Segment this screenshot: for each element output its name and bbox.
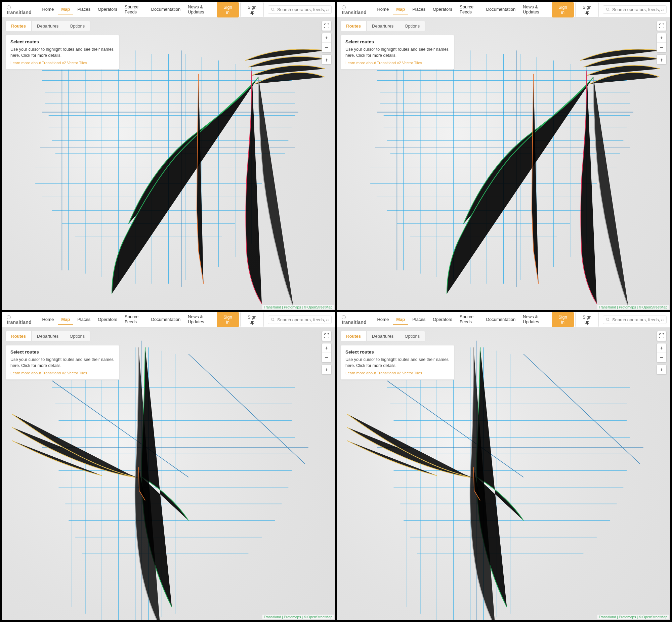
- brand-logo[interactable]: transitland: [5, 314, 37, 325]
- map[interactable]: Routes Departures Options Select routes …: [2, 327, 335, 620]
- nav-places[interactable]: Places: [74, 315, 94, 324]
- info-link[interactable]: Learn more about Transitland v2 Vector T…: [345, 61, 422, 65]
- signin-button[interactable]: Sign in: [217, 312, 239, 327]
- fullscreen-button[interactable]: ⛶: [322, 331, 331, 341]
- zoom-out-button[interactable]: −: [322, 43, 331, 52]
- panel-sf-b: transitland Home Map Places Operators So…: [337, 2, 670, 310]
- nav-home[interactable]: Home: [39, 315, 57, 324]
- nav-documentation[interactable]: Documentation: [483, 315, 519, 324]
- brand-logo[interactable]: transitland: [5, 4, 37, 15]
- tab-options[interactable]: Options: [64, 21, 91, 31]
- signup-button[interactable]: Sign up: [240, 2, 264, 18]
- nav-source-feeds[interactable]: Source Feeds: [121, 312, 147, 327]
- tab-departures[interactable]: Departures: [366, 21, 399, 31]
- tab-routes[interactable]: Routes: [5, 21, 32, 31]
- tab-options[interactable]: Options: [64, 331, 91, 341]
- search-box[interactable]: [268, 5, 332, 14]
- nav-map[interactable]: Map: [393, 315, 408, 324]
- map[interactable]: Routes Departures Options Select routes …: [337, 327, 670, 620]
- signin-button[interactable]: Sign in: [552, 2, 574, 18]
- zoom-out-button[interactable]: −: [657, 353, 666, 362]
- map-controls: ⛶ + − ↑: [657, 21, 667, 65]
- map-tabs: Routes Departures Options: [5, 331, 91, 341]
- nav-operators[interactable]: Operators: [95, 315, 120, 324]
- topbar: transitland Home Map Places Operators So…: [337, 2, 670, 18]
- info-link[interactable]: Learn more about Transitland v2 Vector T…: [10, 61, 87, 65]
- nav-source-feeds[interactable]: Source Feeds: [121, 2, 147, 17]
- fullscreen-button[interactable]: ⛶: [322, 21, 331, 31]
- nav-source-feeds[interactable]: Source Feeds: [456, 2, 482, 17]
- topbar: transitland Home Map Places Operators So…: [337, 312, 670, 327]
- tab-departures[interactable]: Departures: [32, 331, 64, 341]
- nav-documentation[interactable]: Documentation: [483, 5, 519, 14]
- fullscreen-button[interactable]: ⛶: [657, 21, 666, 31]
- info-card: Select routes Use your cursor to highlig…: [340, 345, 455, 380]
- signup-button[interactable]: Sign up: [575, 312, 599, 327]
- map[interactable]: Routes Departures Options Select routes …: [2, 18, 335, 310]
- search-input[interactable]: [612, 7, 664, 12]
- signin-button[interactable]: Sign in: [217, 2, 239, 18]
- nav-operators[interactable]: Operators: [429, 5, 456, 14]
- tab-departures[interactable]: Departures: [366, 331, 399, 341]
- search-box[interactable]: [603, 5, 667, 14]
- tab-routes[interactable]: Routes: [340, 21, 366, 31]
- map[interactable]: Routes Departures Options Select routes …: [337, 18, 670, 310]
- tab-routes[interactable]: Routes: [5, 331, 32, 341]
- nav-documentation[interactable]: Documentation: [148, 315, 184, 324]
- tab-departures[interactable]: Departures: [32, 21, 64, 31]
- search-input[interactable]: [277, 7, 329, 12]
- nav-home[interactable]: Home: [374, 5, 392, 14]
- zoom-in-button[interactable]: +: [322, 33, 331, 43]
- nav-map[interactable]: Map: [58, 315, 73, 324]
- zoom-in-button[interactable]: +: [322, 343, 331, 353]
- signup-button[interactable]: Sign up: [240, 312, 264, 327]
- info-link[interactable]: Learn more about Transitland v2 Vector T…: [345, 371, 422, 375]
- nav-news[interactable]: News & Updates: [184, 2, 214, 17]
- nav-places[interactable]: Places: [409, 315, 429, 324]
- signin-button[interactable]: Sign in: [552, 312, 574, 327]
- nav-operators[interactable]: Operators: [429, 315, 456, 324]
- svg-line-1: [274, 10, 275, 11]
- compass-button[interactable]: ↑: [322, 55, 331, 64]
- nav-home[interactable]: Home: [39, 5, 57, 14]
- nav-places[interactable]: Places: [74, 5, 94, 14]
- svg-point-4: [272, 318, 274, 320]
- compass-button[interactable]: ↑: [657, 365, 666, 374]
- nav-places[interactable]: Places: [409, 5, 429, 14]
- attribution: Transitland | Protomaps | © OpenStreetMa…: [597, 615, 669, 619]
- tab-routes[interactable]: Routes: [340, 331, 366, 341]
- nav: Home Map Places Operators Source Feeds D…: [39, 312, 214, 327]
- info-card: Select routes Use your cursor to highlig…: [5, 35, 119, 70]
- compass-button[interactable]: ↑: [657, 55, 666, 64]
- attribution: Transitland | Protomaps | © OpenStreetMa…: [262, 305, 334, 310]
- nav-news[interactable]: News & Updates: [184, 312, 214, 327]
- zoom-out-button[interactable]: −: [322, 353, 331, 362]
- fullscreen-button[interactable]: ⛶: [657, 331, 666, 341]
- attribution: Transitland | Protomaps | © OpenStreetMa…: [262, 615, 334, 619]
- tab-options[interactable]: Options: [399, 331, 425, 341]
- search-box[interactable]: [603, 315, 667, 324]
- signup-button[interactable]: Sign up: [575, 2, 599, 18]
- nav-news[interactable]: News & Updates: [520, 2, 549, 17]
- nav-news[interactable]: News & Updates: [520, 312, 549, 327]
- nav-map[interactable]: Map: [393, 5, 408, 14]
- search-input[interactable]: [612, 317, 664, 322]
- nav-map[interactable]: Map: [58, 5, 73, 14]
- svg-point-0: [272, 8, 274, 11]
- info-link[interactable]: Learn more about Transitland v2 Vector T…: [10, 371, 87, 375]
- zoom-in-button[interactable]: +: [657, 33, 666, 43]
- compass-button[interactable]: ↑: [322, 365, 331, 374]
- nav-documentation[interactable]: Documentation: [148, 5, 184, 14]
- search-input[interactable]: [277, 317, 329, 322]
- zoom-in-button[interactable]: +: [657, 343, 666, 353]
- nav-source-feeds[interactable]: Source Feeds: [456, 312, 482, 327]
- brand-logo[interactable]: transitland: [340, 4, 372, 15]
- search-box[interactable]: [268, 315, 332, 324]
- info-title: Select routes: [10, 349, 114, 354]
- tab-options[interactable]: Options: [399, 21, 425, 31]
- zoom-out-button[interactable]: −: [657, 43, 666, 52]
- nav-operators[interactable]: Operators: [95, 5, 120, 14]
- info-title: Select routes: [345, 39, 450, 44]
- brand-logo[interactable]: transitland: [340, 314, 372, 325]
- nav-home[interactable]: Home: [374, 315, 392, 324]
